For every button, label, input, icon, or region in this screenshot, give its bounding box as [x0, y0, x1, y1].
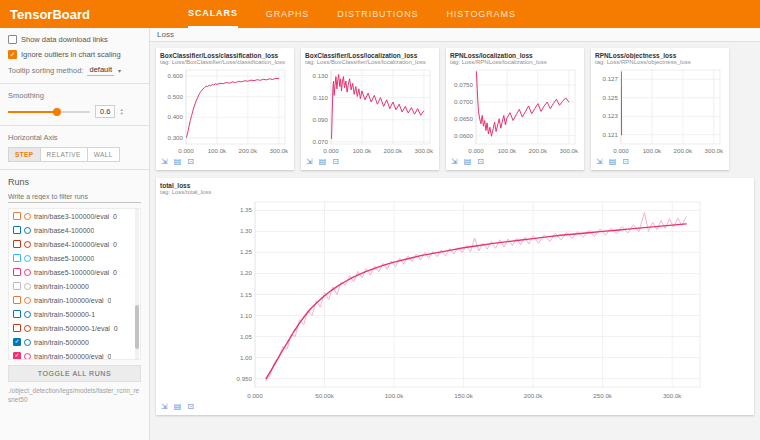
horizontal-axis-label: Horizontal Axis	[8, 133, 141, 142]
spinner-down-icon[interactable]: ▾	[120, 112, 122, 116]
runs-list: train/base3-100000/eval_0train/base4-100…	[8, 208, 141, 360]
svg-text:300.0k: 300.0k	[705, 147, 724, 154]
svg-text:0.130: 0.130	[313, 72, 329, 79]
run-checkbox[interactable]: ✓	[13, 338, 21, 346]
run-row[interactable]: train/base4-100000	[9, 223, 140, 237]
logdir-path: ./object_detection/legs/models/faster_rc…	[8, 387, 141, 405]
svg-text:0.0700: 0.0700	[454, 98, 473, 105]
axis-step-button[interactable]: STEP	[8, 147, 41, 162]
run-color-swatch	[24, 269, 31, 276]
run-checkbox[interactable]	[13, 240, 21, 248]
run-row[interactable]: ✓train/train-500000/eval_0	[9, 349, 140, 360]
horizontal-axis-buttons: STEP RELATIVE WALL	[8, 147, 141, 162]
smoothing-value-input[interactable]: 0.6	[95, 105, 115, 118]
expand-icon[interactable]: ⇲	[161, 403, 168, 411]
run-color-swatch	[24, 297, 31, 304]
runs-scrollbar[interactable]	[135, 209, 139, 359]
axis-wall-button[interactable]: WALL	[88, 147, 120, 162]
smoothing-spinner[interactable]: ▴▾	[120, 108, 122, 116]
run-row[interactable]: train/base4-100000/eval_0	[9, 237, 140, 251]
smoothing-control: 0.6 ▴▾	[8, 105, 141, 118]
data-table-icon[interactable]: ▤	[174, 403, 182, 411]
tab-graphs[interactable]: GRAPHS	[266, 0, 309, 28]
run-row[interactable]: train/base3-100000/eval_0	[9, 209, 140, 223]
run-color-swatch	[24, 241, 31, 248]
run-row[interactable]: train/train-500000-1/eval_0	[9, 321, 140, 335]
ignore-outliers-checkbox[interactable]: ✓	[8, 50, 17, 59]
show-download-links-row[interactable]: Show data download links	[8, 35, 141, 44]
expand-icon[interactable]: ⇲	[596, 158, 603, 166]
run-checkbox[interactable]	[13, 226, 21, 234]
tooltip-sorting-select[interactable]: default	[87, 65, 114, 76]
tab-histograms[interactable]: HISTOGRAMS	[446, 0, 515, 28]
data-table-icon[interactable]: ▤	[464, 158, 472, 166]
svg-text:0.121: 0.121	[603, 131, 619, 138]
runs-filter-input[interactable]	[8, 191, 141, 203]
chart-toolbar: ⇲▤⊡	[160, 155, 290, 166]
expand-icon[interactable]: ⇲	[306, 158, 313, 166]
show-download-links-checkbox[interactable]	[8, 35, 17, 44]
run-row[interactable]: train/train-100000	[9, 279, 140, 293]
toggle-all-runs-button[interactable]: TOGGLE ALL RUNS	[8, 365, 141, 382]
tooltip-sorting-label: Tooltip sorting method:	[8, 66, 83, 75]
chart-tag: tag: Loss/RPNLoss/localization_loss	[450, 59, 580, 65]
scrollbar-thumb[interactable]	[135, 305, 139, 349]
tab-scalars[interactable]: SCALARS	[188, 0, 238, 28]
run-checkbox[interactable]	[13, 254, 21, 262]
svg-text:0.0750: 0.0750	[454, 81, 473, 88]
data-table-icon[interactable]: ▤	[319, 158, 327, 166]
fit-domain-icon[interactable]: ⊡	[477, 158, 484, 166]
run-checkbox[interactable]	[13, 324, 21, 332]
ignore-outliers-label: Ignore outliers in chart scaling	[21, 50, 121, 59]
run-checkbox[interactable]	[13, 268, 21, 276]
axis-relative-button[interactable]: RELATIVE	[41, 147, 88, 162]
chart-tag: tag: Loss/BoxClassifier/Loss/classificat…	[160, 59, 290, 65]
chart-title: BoxClassifier/Loss/classification_loss	[160, 52, 290, 59]
run-checkbox[interactable]	[13, 212, 21, 220]
run-color-swatch	[24, 213, 31, 220]
run-label: train/train-100000	[34, 283, 89, 290]
chart-plot[interactable]: 0.3000.4000.5000.6000.000100.0k200.0k300…	[160, 67, 289, 155]
fit-domain-icon[interactable]: ⊡	[332, 158, 339, 166]
svg-text:200.0k: 200.0k	[524, 392, 543, 399]
run-label: train/train-100000/eval_0	[34, 297, 111, 304]
ignore-outliers-row[interactable]: ✓ Ignore outliers in chart scaling	[8, 50, 141, 59]
slider-thumb-icon[interactable]	[53, 108, 61, 116]
chart-plot[interactable]: 0.06000.06500.07000.07500.000100.0k200.0…	[450, 67, 579, 155]
run-row[interactable]: train/train-500000-1	[9, 307, 140, 321]
run-checkbox[interactable]	[13, 296, 21, 304]
smoothing-label: Smoothing	[8, 91, 141, 100]
svg-text:100.0k: 100.0k	[353, 147, 372, 154]
expand-icon[interactable]: ⇲	[451, 158, 458, 166]
run-row[interactable]: train/base5-100000/eval_0	[9, 265, 140, 279]
fit-domain-icon[interactable]: ⊡	[187, 403, 194, 411]
svg-text:100.0k: 100.0k	[208, 147, 227, 154]
run-row[interactable]: train/train-100000/eval_0	[9, 293, 140, 307]
data-table-icon[interactable]: ▤	[609, 158, 617, 166]
chart-card-classification-loss: BoxClassifier/Loss/classification_loss t…	[156, 48, 294, 170]
chart-plot[interactable]: 0.1210.1230.1250.1270.000100.0k200.0k300…	[595, 67, 724, 155]
svg-text:200.0k: 200.0k	[674, 147, 693, 154]
expand-icon[interactable]: ⇲	[161, 158, 168, 166]
svg-text:1.05: 1.05	[240, 333, 253, 340]
smoothing-slider[interactable]	[8, 107, 90, 117]
chart-plot[interactable]: 0.9501.001.051.101.151.201.251.301.350.0…	[160, 197, 752, 400]
tag-group-header-loss[interactable]: Loss	[150, 28, 760, 42]
fit-domain-icon[interactable]: ⊡	[187, 158, 194, 166]
chart-plot[interactable]: 0.0700.0900.1100.1300.000100.0k200.0k300…	[305, 67, 434, 155]
run-checkbox[interactable]: ✓	[13, 352, 21, 360]
chart-toolbar: ⇲▤⊡	[450, 155, 580, 166]
tooltip-sorting-row: Tooltip sorting method: default ▾	[8, 65, 141, 76]
run-row[interactable]: ✓train/train-500000	[9, 335, 140, 349]
run-row[interactable]: train/base5-100000	[9, 251, 140, 265]
run-label: train/train-500000-1/eval_0	[34, 325, 118, 332]
data-table-icon[interactable]: ▤	[174, 158, 182, 166]
run-color-swatch	[24, 255, 31, 262]
divider	[0, 169, 149, 170]
svg-text:1.35: 1.35	[240, 206, 253, 213]
run-checkbox[interactable]	[13, 310, 21, 318]
fit-domain-icon[interactable]: ⊡	[622, 158, 629, 166]
svg-text:1.30: 1.30	[240, 227, 253, 234]
run-checkbox[interactable]	[13, 282, 21, 290]
tab-distributions[interactable]: DISTRIBUTIONS	[337, 0, 418, 28]
